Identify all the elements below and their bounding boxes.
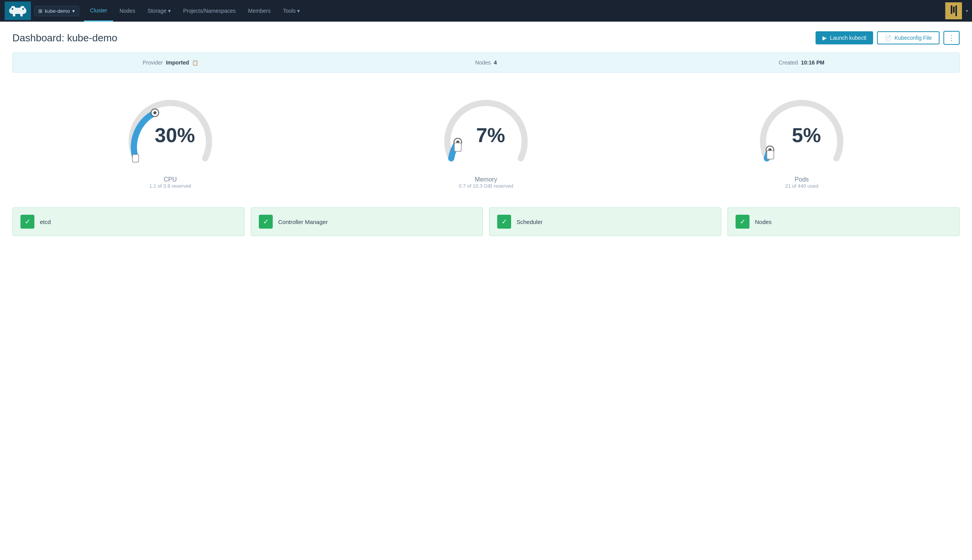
- pods-gauge-wrapper: 5%: [755, 93, 848, 170]
- nodes-status-label: Nodes: [755, 219, 771, 225]
- nodes-value: 4: [494, 59, 497, 66]
- cpu-center-text: 30%: [155, 125, 195, 145]
- nav-item-tools[interactable]: Tools ▾: [277, 0, 306, 22]
- status-card-nodes: ✓ Nodes: [727, 207, 960, 236]
- pods-center-text: 5%: [792, 125, 821, 145]
- nodes-label: Nodes: [475, 59, 491, 66]
- created-value: 10:16 PM: [801, 59, 824, 66]
- cluster-chevron-icon: ▾: [72, 8, 75, 14]
- provider-label: Provider: [143, 59, 163, 66]
- memory-gauge-wrapper: 7%: [440, 93, 532, 170]
- status-section: ✓ etcd ✓ Controller Manager ✓ Scheduler …: [12, 207, 960, 245]
- created-label: Created: [778, 59, 798, 66]
- provider-info: Provider Imported 📋: [13, 59, 328, 66]
- controller-manager-check-icon: ✓: [259, 215, 273, 229]
- status-card-etcd: ✓ etcd: [12, 207, 245, 236]
- created-info: Created 10:16 PM: [644, 59, 959, 66]
- nodes-info: Nodes 4: [328, 59, 644, 66]
- rancher-logo: [8, 4, 27, 18]
- cpu-label: CPU: [164, 176, 177, 183]
- controller-manager-label: Controller Manager: [278, 219, 328, 225]
- logo-area[interactable]: [5, 2, 31, 20]
- nav-item-cluster[interactable]: Cluster: [84, 0, 113, 22]
- nav-item-projects[interactable]: Projects/Namespaces: [177, 0, 242, 22]
- svg-rect-12: [454, 143, 461, 151]
- nav-items: Cluster Nodes Storage ▾ Projects/Namespa…: [84, 0, 945, 22]
- scheduler-check-icon: ✓: [497, 215, 511, 229]
- file-icon: 📄: [885, 35, 891, 41]
- avatar-bars: [951, 5, 957, 16]
- page-header: Dashboard: kube-demo ▶ Launch kubectl 📄 …: [12, 31, 960, 45]
- svg-point-8: [153, 111, 156, 114]
- top-navigation: ⊞ kube-demo ▾ Cluster Nodes Storage ▾ Pr…: [0, 0, 972, 22]
- gauges-section: 30% CPU 1.1 of 3.8 reserved: [12, 85, 960, 204]
- provider-value: Imported: [166, 59, 189, 66]
- memory-percent: 7%: [476, 125, 505, 145]
- svg-point-6: [22, 8, 24, 10]
- status-card-controller-manager: ✓ Controller Manager: [251, 207, 483, 236]
- pods-percent: 5%: [792, 125, 821, 145]
- svg-rect-9: [133, 154, 139, 162]
- svg-point-5: [12, 8, 14, 10]
- nav-item-members[interactable]: Members: [242, 0, 277, 22]
- storage-chevron-icon: ▾: [168, 8, 171, 14]
- cpu-gauge-wrapper: 30%: [124, 93, 217, 170]
- main-content: Dashboard: kube-demo ▶ Launch kubectl 📄 …: [0, 22, 972, 560]
- user-avatar[interactable]: [945, 2, 962, 19]
- kubeconfig-button[interactable]: 📄 Kubeconfig File: [877, 31, 940, 44]
- nav-item-storage[interactable]: Storage ▾: [141, 0, 177, 22]
- info-bar: Provider Imported 📋 Nodes 4 Created 10:1…: [12, 53, 960, 73]
- copy-icon[interactable]: 📋: [192, 60, 198, 66]
- pods-label: Pods: [795, 176, 809, 183]
- more-actions-button[interactable]: ⋮: [943, 31, 960, 45]
- header-actions: ▶ Launch kubectl 📄 Kubeconfig File ⋮: [816, 31, 960, 45]
- memory-center-text: 7%: [476, 125, 505, 145]
- memory-sublabel: 0.7 of 10.3 GiB reserved: [459, 183, 513, 189]
- svg-rect-4: [20, 13, 22, 17]
- etcd-label: etcd: [40, 219, 51, 225]
- tools-chevron-icon: ▾: [297, 8, 300, 14]
- cluster-selector[interactable]: ⊞ kube-demo ▾: [34, 6, 79, 16]
- cpu-gauge-container: 30% CPU 1.1 of 3.8 reserved: [14, 93, 326, 189]
- etcd-check-icon: ✓: [20, 215, 34, 229]
- svg-rect-3: [13, 13, 15, 17]
- cpu-percent: 30%: [155, 125, 195, 145]
- nodes-check-icon: ✓: [736, 215, 749, 229]
- terminal-icon: ▶: [822, 35, 827, 41]
- user-menu-chevron-icon[interactable]: ▾: [962, 8, 972, 14]
- nav-right: ▾: [945, 2, 972, 19]
- cluster-name: kube-demo: [45, 8, 70, 14]
- nav-item-nodes[interactable]: Nodes: [113, 0, 141, 22]
- cpu-sublabel: 1.1 of 3.8 reserved: [149, 183, 191, 189]
- svg-rect-15: [767, 151, 774, 159]
- pods-sublabel: 21 of 440 used: [785, 183, 818, 189]
- cluster-icon: ⊞: [38, 8, 42, 14]
- memory-label: Memory: [475, 176, 497, 183]
- pods-gauge-container: 5% Pods 21 of 440 used: [646, 93, 958, 189]
- status-card-scheduler: ✓ Scheduler: [489, 207, 721, 236]
- launch-kubectl-button[interactable]: ▶ Launch kubectl: [816, 31, 873, 44]
- memory-gauge-container: 7% Memory 0.7 of 10.3 GiB reserved: [330, 93, 642, 189]
- page-title: Dashboard: kube-demo: [12, 32, 117, 44]
- scheduler-label: Scheduler: [517, 219, 543, 225]
